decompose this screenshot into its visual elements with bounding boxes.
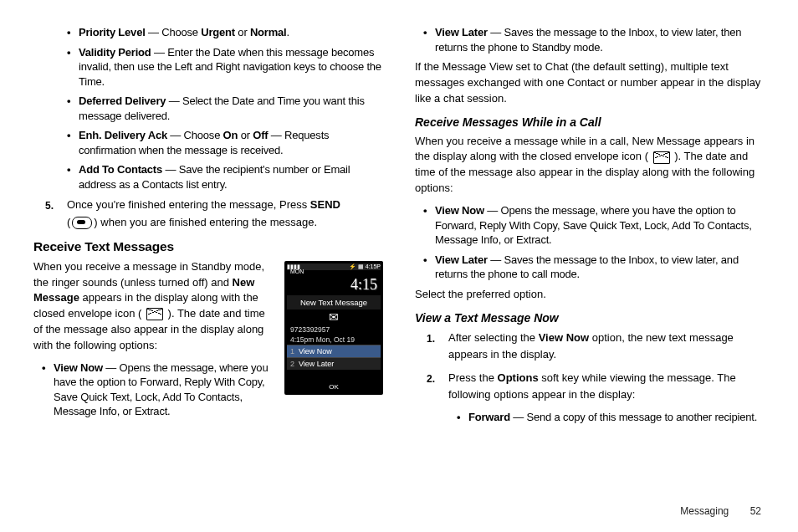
bullet-forward: Forward — Send a copy of this message to… [457, 410, 765, 425]
view-step-1: 1. After selecting the View Now option, … [427, 330, 765, 363]
phone-envelope-icon: ✉ [287, 309, 381, 325]
bullet-enh-ack: Enh. Delivery Ack — Choose On or Off — R… [67, 128, 383, 157]
page-footer: Messaging 52 [680, 505, 761, 517]
phone-banner: New Text Message [287, 295, 381, 309]
heading-view-now: View a Text Message Now [415, 311, 765, 325]
select-option: Select the preferred option. [415, 287, 765, 303]
content-columns: Priority Level — Choose Urgent or Normal… [33, 25, 765, 430]
phone-day: MON [287, 269, 381, 274]
receive-flow: ▮▮▮▮⚡ ▦ 4:15P MON 4:15 New Text Message … [33, 259, 383, 424]
bullet-view-now: View Now — Opens the message, where you … [42, 361, 383, 419]
bullet-view-later-call: View Later — Saves the message to the In… [423, 253, 765, 282]
bullet-add-contacts: Add To Contacts — Save the recipient's n… [67, 162, 383, 192]
step-number: 2. [427, 371, 435, 387]
step-number: 5. [45, 198, 54, 214]
envelope-icon [146, 308, 163, 320]
bullet-view-now-call: View Now — Opens the message, where you … [423, 203, 765, 248]
right-column: View Later — Saves the message to the In… [415, 25, 765, 430]
footer-section: Messaging [680, 505, 729, 517]
phone-timestamp: 4:15pm Mon, Oct 19 [287, 335, 381, 345]
bullet-priority: Priority Level — Choose Urgent or Normal… [67, 25, 383, 40]
ok-button-icon [72, 217, 92, 229]
step-number: 1. [427, 331, 435, 347]
chat-paragraph: If the Message View set to Chat (the def… [415, 59, 765, 107]
footer-page-number: 52 [750, 505, 761, 517]
heading-receive-text: Receive Text Messages [33, 239, 383, 254]
left-column: Priority Level — Choose Urgent or Normal… [33, 25, 383, 430]
view-step-2: 2. Press the Options soft key while view… [427, 370, 765, 403]
phone-number: 9723392957 [287, 325, 381, 335]
bullet-validity: Validity Period — Enter the Date when th… [67, 45, 383, 90]
phone-clock: 4:15 [287, 276, 381, 295]
bullet-deferred: Deferred Delivery — Select the Date and … [67, 94, 383, 123]
envelope-icon [653, 151, 670, 164]
heading-receive-in-call: Receive Messages While in a Call [415, 115, 765, 129]
in-call-paragraph: When you receive a message while in a ca… [415, 134, 765, 197]
bullet-view-later: View Later — Saves the message to the In… [423, 25, 765, 54]
step-5: 5. Once you're finished entering the mes… [45, 197, 383, 230]
phone-option-view-now: 1View Now [287, 345, 381, 357]
